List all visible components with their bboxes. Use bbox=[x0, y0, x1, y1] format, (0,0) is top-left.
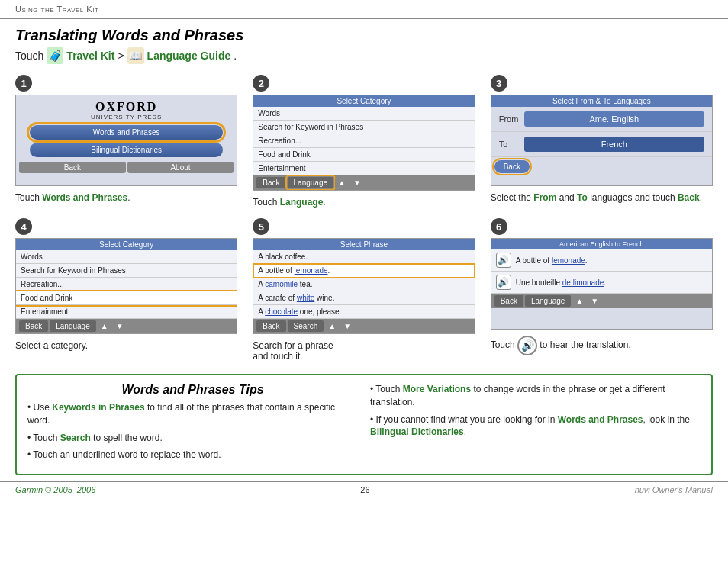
step-2-bottom-bar: Back Language ▲ ▼ bbox=[253, 175, 474, 190]
step-6-arrow-down[interactable]: ▼ bbox=[588, 295, 601, 307]
step-6-bottom-bar: Back Language ▲ ▼ bbox=[491, 294, 712, 308]
step-5-caption: Search for a phrase and touch it. bbox=[253, 340, 333, 362]
from-row: From Ame. English bbox=[491, 107, 712, 132]
step-1-number: 1 bbox=[15, 75, 32, 92]
tips-right: Touch More Variations to change words in… bbox=[370, 383, 701, 466]
step-5-caption-line2: and touch it. bbox=[253, 351, 302, 362]
step-6-caption: Touch 🔊 to hear the translation. bbox=[491, 336, 631, 355]
travel-kit-icon: 🧳 bbox=[47, 47, 63, 64]
tip-item-5: If you cannot find what you are looking … bbox=[370, 413, 701, 439]
camomile-link[interactable]: camomile bbox=[265, 280, 298, 288]
bilingual-dict-btn[interactable]: Bilingual Dictionaries bbox=[30, 143, 223, 157]
white-link[interactable]: white bbox=[297, 294, 314, 302]
step-6-screen: American English to French 🔊 A bottle of… bbox=[491, 238, 713, 330]
list-item[interactable]: Entertainment bbox=[16, 305, 237, 319]
de-limonade-link[interactable]: de limonade bbox=[562, 278, 604, 287]
page-title: Translating Words and Phrases bbox=[15, 27, 713, 44]
step-3-bottom: Back bbox=[491, 157, 712, 176]
step-5-number: 5 bbox=[253, 218, 269, 235]
more-variations-link: More Variations bbox=[403, 384, 471, 394]
steps-grid: 1 OXFORD UNIVERSITY PRESS Words and Phra… bbox=[15, 75, 713, 362]
lemonade-link[interactable]: lemonade bbox=[295, 266, 328, 275]
tip-item-1: Use Keywords in Phrases to find all of t… bbox=[27, 401, 358, 427]
step-3-caption: Select the From and To languages and tou… bbox=[491, 192, 702, 203]
words-phrases-link: Words and Phrases bbox=[558, 414, 643, 425]
step-4-arrow-up[interactable]: ▲ bbox=[98, 320, 111, 332]
to-row: To French bbox=[491, 132, 712, 157]
step-1-screen: OXFORD UNIVERSITY PRESS Words and Phrase… bbox=[15, 95, 237, 186]
step-2-category-list: Words Search for Keyword in Phrases Recr… bbox=[253, 107, 474, 175]
food-drink-item[interactable]: Food and Drink bbox=[16, 291, 237, 305]
keywords-link: Keywords in Phrases bbox=[52, 402, 144, 413]
step-2-caption-bold: Language bbox=[280, 197, 324, 208]
list-item[interactable]: Entertainment bbox=[253, 162, 474, 175]
phrase-item[interactable]: A chocolate one, please. bbox=[253, 305, 474, 319]
subtitle: Touch 🧳 Travel Kit > 📖 Language Guide . bbox=[15, 47, 713, 64]
step-5-arrow-down[interactable]: ▼ bbox=[340, 320, 354, 332]
footer-right: nüvi Owner's Manual bbox=[635, 485, 713, 494]
step-2: 2 Select Category Words Search for Keywo… bbox=[253, 75, 475, 208]
step-2-title-bar: Select Category bbox=[253, 95, 474, 107]
page-footer: Garmin © 2005–2006 26 nüvi Owner's Manua… bbox=[0, 481, 728, 497]
step-4-number: 4 bbox=[15, 218, 32, 235]
step-5-title-bar: Select Phrase bbox=[253, 239, 474, 250]
list-item[interactable]: Search for Keyword in Phrases bbox=[16, 264, 237, 278]
step-2-arrow-down[interactable]: ▼ bbox=[350, 177, 364, 188]
speaker-icon-1[interactable]: 🔊 bbox=[496, 253, 511, 268]
step-4-category-list: Words Search for Keyword in Phrases Recr… bbox=[16, 250, 237, 319]
step-4-title-bar: Select Category bbox=[16, 239, 237, 250]
step-2-arrow-up[interactable]: ▲ bbox=[335, 177, 349, 188]
list-item[interactable]: Recreation... bbox=[253, 134, 474, 148]
lemonade-link-en[interactable]: lemonade bbox=[552, 256, 585, 265]
list-item[interactable]: Words bbox=[253, 107, 474, 121]
list-item[interactable]: Words bbox=[16, 250, 237, 264]
step-6-arrow-up[interactable]: ▲ bbox=[572, 295, 586, 307]
step-5-arrow-up[interactable]: ▲ bbox=[325, 320, 339, 332]
phrase-item[interactable]: A camomile tea. bbox=[253, 278, 474, 291]
step-5-phrase-list: A black coffee. A bottle of lemonade. A … bbox=[253, 250, 474, 319]
step-3-back-label: Back bbox=[678, 192, 700, 203]
oxford-about-btn[interactable]: About bbox=[127, 162, 234, 173]
step-5-bottom-bar: Back Search ▲ ▼ bbox=[253, 319, 474, 333]
list-item[interactable]: Food and Drink bbox=[253, 148, 474, 162]
step-6-number: 6 bbox=[491, 218, 507, 235]
step-2-caption: Touch Language. bbox=[253, 197, 325, 208]
footer-center: 26 bbox=[360, 485, 369, 494]
step-4-back-btn[interactable]: Back bbox=[19, 320, 48, 332]
step-3-back-btn[interactable]: Back bbox=[494, 160, 530, 173]
main-content: Translating Words and Phrases Touch 🧳 Tr… bbox=[0, 19, 728, 475]
step-1: 1 OXFORD UNIVERSITY PRESS Words and Phra… bbox=[15, 75, 237, 208]
oxford-logo-subtext: UNIVERSITY PRESS bbox=[91, 114, 162, 121]
step-4: 4 Select Category Words Search for Keywo… bbox=[15, 218, 237, 362]
chocolate-link[interactable]: chocolate bbox=[265, 307, 298, 316]
step-3-from-label: From bbox=[533, 192, 556, 203]
trans-text-fr: Une bouteille de limonade. bbox=[516, 278, 606, 287]
step-4-language-btn[interactable]: Language bbox=[50, 320, 96, 332]
step-3-to-label: To bbox=[577, 192, 588, 203]
list-item[interactable]: Search for Keyword in Phrases bbox=[253, 121, 474, 134]
phrase-item[interactable]: A carafe of white wine. bbox=[253, 291, 474, 305]
to-value[interactable]: French bbox=[524, 137, 704, 152]
step-4-screen: Select Category Words Search for Keyword… bbox=[15, 238, 237, 334]
step-4-arrow-down[interactable]: ▼ bbox=[113, 320, 127, 332]
phrase-item-highlighted[interactable]: A bottle of lemonade. bbox=[253, 264, 474, 278]
list-item[interactable]: Recreation... bbox=[16, 278, 237, 291]
from-label: From bbox=[499, 114, 518, 124]
from-value[interactable]: Ame. English bbox=[524, 111, 704, 127]
phrase-item[interactable]: A black coffee. bbox=[253, 250, 474, 264]
words-and-phrases-btn[interactable]: Words and Phrases bbox=[30, 125, 223, 140]
step-5-back-btn[interactable]: Back bbox=[256, 320, 285, 332]
step-3: 3 Select From & To Languages From Ame. E… bbox=[491, 75, 713, 208]
oxford-bottom-bar: Back About bbox=[19, 162, 234, 173]
step-6-language-btn[interactable]: Language bbox=[525, 295, 572, 307]
tip-item-3: Touch an underlined word to replace the … bbox=[27, 449, 358, 462]
step-5-caption-line1: Search for a phrase bbox=[253, 340, 333, 351]
to-label: To bbox=[499, 140, 518, 149]
speaker-icon-2[interactable]: 🔊 bbox=[496, 275, 511, 290]
step-5-search-btn[interactable]: Search bbox=[288, 320, 324, 332]
step-2-back-btn[interactable]: Back bbox=[256, 177, 285, 188]
step-2-number: 2 bbox=[253, 75, 269, 92]
step-6-back-btn[interactable]: Back bbox=[494, 295, 523, 307]
oxford-back-btn[interactable]: Back bbox=[19, 162, 126, 173]
step-2-language-btn[interactable]: Language bbox=[288, 177, 334, 188]
